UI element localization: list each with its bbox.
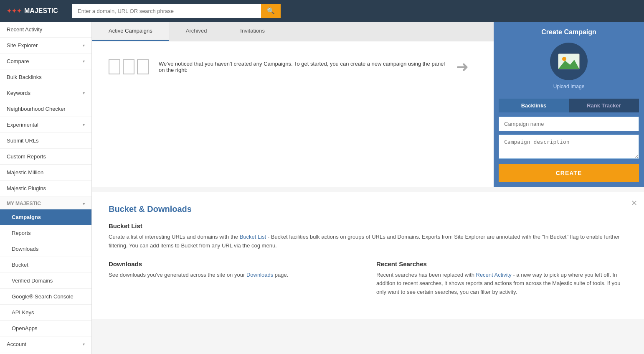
chevron-icon: ▾ (83, 91, 85, 95)
downloads-text: See downloads you've generated across th… (109, 271, 360, 280)
campaigns-empty-text: We've noticed that you haven't created a… (159, 61, 446, 73)
frame-icon (123, 59, 134, 74)
campaigns-body: Active Campaigns Archived Invitations (92, 22, 644, 187)
frame-icon (137, 59, 149, 74)
chevron-icon: ▾ (83, 342, 85, 346)
sidebar-item-bulk-backlinks[interactable]: Bulk Backlinks (0, 69, 91, 85)
sidebar-item-experimental[interactable]: Experimental ▾ (0, 117, 91, 133)
chevron-icon: ▾ (83, 201, 85, 206)
downloads-link[interactable]: Downloads (246, 272, 273, 278)
logo-text: MAJESTIC (24, 7, 58, 15)
close-button[interactable]: ✕ (631, 199, 637, 208)
arrow-right-icon: ➜ (456, 58, 469, 76)
sidebar-item-majestic-plugins[interactable]: Majestic Plugins (0, 181, 91, 196)
sidebar-item-recent-activity[interactable]: Recent Activity (0, 22, 91, 38)
sidebar-item-majestic-million[interactable]: Majestic Million (0, 165, 91, 181)
chevron-icon: ▾ (83, 122, 85, 127)
sidebar-item-reports[interactable]: Reports (0, 225, 91, 241)
sidebar-item-bucket[interactable]: Bucket (0, 257, 91, 273)
search-bar: 🔍 (72, 4, 281, 18)
campaigns-frames-icon (109, 59, 149, 74)
campaigns-empty: We've noticed that you haven't created a… (92, 41, 494, 92)
tab-archived[interactable]: Archived (169, 22, 224, 41)
sidebar: Recent Activity Site Explorer ▾ Compare … (0, 22, 92, 354)
svg-point-2 (562, 57, 566, 61)
my-majestic-section: My Majestic ▾ (0, 196, 91, 209)
tab-invitations[interactable]: Invitations (223, 22, 281, 41)
create-button[interactable]: CREATE (499, 164, 639, 182)
sidebar-item-compare[interactable]: Compare ▾ (0, 53, 91, 69)
bucket-list-title: Bucket List (109, 222, 627, 229)
upload-image-circle[interactable] (550, 43, 588, 80)
sidebar-item-verified-domains[interactable]: Verified Domains (0, 273, 91, 289)
campaign-description-input[interactable] (499, 135, 639, 159)
sidebar-item-account[interactable]: Account ▾ (0, 336, 91, 352)
chevron-icon: ▾ (83, 59, 85, 64)
logo: ✦✦✦ MAJESTIC (7, 7, 65, 15)
type-tabs: Backlinks Rank Tracker (499, 99, 639, 112)
bucket-downloads-title: Bucket & Downloads (109, 204, 627, 214)
search-input[interactable] (72, 4, 261, 18)
sidebar-item-campaigns[interactable]: Campaigns (0, 209, 91, 225)
sidebar-item-google-search-console[interactable]: Google® Search Console (0, 289, 91, 305)
chevron-icon: ▾ (83, 43, 85, 48)
header: ✦✦✦ MAJESTIC 🔍 (0, 0, 644, 22)
campaigns-section: Active Campaigns Archived Invitations (92, 22, 644, 187)
recent-searches-text: Recent searches has been replaced with R… (376, 271, 627, 297)
recent-searches-column: Recent Searches Recent searches has been… (376, 260, 627, 307)
search-button[interactable]: 🔍 (261, 4, 281, 18)
upload-image-label: Upload Image (494, 84, 644, 89)
tab-backlinks[interactable]: Backlinks (499, 99, 569, 112)
downloads-title: Downloads (109, 260, 360, 267)
create-campaign-panel: Create Campaign Upload Imag (494, 22, 644, 187)
campaign-name-input[interactable] (499, 117, 639, 131)
sidebar-item-api-keys[interactable]: API Keys (0, 305, 91, 321)
image-icon (558, 53, 580, 70)
frame-icon (109, 59, 120, 74)
main-content: Active Campaigns Archived Invitations (92, 22, 644, 354)
sidebar-item-downloads[interactable]: Downloads (0, 241, 91, 257)
downloads-column: Downloads See downloads you've generated… (109, 260, 360, 307)
sidebar-item-support[interactable]: Support ▾ (0, 352, 91, 354)
sidebar-item-site-explorer[interactable]: Site Explorer ▾ (0, 38, 91, 53)
sidebar-item-neighbourhood-checker[interactable]: Neighbourhood Checker (0, 101, 91, 117)
logo-stars: ✦✦✦ (7, 8, 22, 14)
campaigns-tabs: Active Campaigns Archived Invitations (92, 22, 494, 41)
create-panel-header: Create Campaign (494, 22, 644, 43)
create-panel-form: CREATE (494, 117, 644, 187)
bucket-list-text: Curate a list of interesting URLs and do… (109, 233, 627, 250)
recent-searches-title: Recent Searches (376, 260, 627, 267)
layout: Recent Activity Site Explorer ▾ Compare … (0, 22, 644, 354)
bucket-downloads-section: ✕ Bucket & Downloads Bucket List Curate … (92, 192, 644, 319)
tab-rank-tracker[interactable]: Rank Tracker (569, 99, 639, 112)
two-column-section: Downloads See downloads you've generated… (109, 260, 627, 307)
sidebar-item-submit-urls[interactable]: Submit URLs (0, 133, 91, 149)
recent-activity-link[interactable]: Recent Activity (476, 272, 512, 278)
sidebar-item-keywords[interactable]: Keywords ▾ (0, 85, 91, 101)
sidebar-item-openapps[interactable]: OpenApps (0, 321, 91, 336)
sidebar-item-custom-reports[interactable]: Custom Reports (0, 149, 91, 165)
tab-active-campaigns[interactable]: Active Campaigns (92, 22, 169, 41)
bucket-list-link[interactable]: Bucket List (240, 234, 266, 240)
